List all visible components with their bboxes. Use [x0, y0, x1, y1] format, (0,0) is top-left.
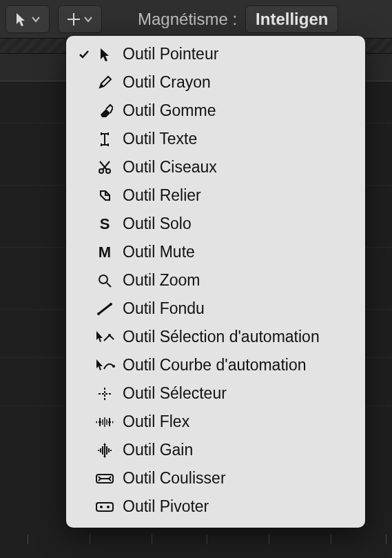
menu-item-mute[interactable]: M Outil Mute	[66, 238, 365, 266]
menu-item-solo[interactable]: S Outil Solo	[66, 210, 365, 238]
menu-item-label: Outil Mute	[117, 243, 195, 261]
menu-item-label: Outil Pivoter	[117, 497, 209, 516]
svg-point-4	[110, 303, 112, 306]
menu-item-automation-curve[interactable]: Outil Courbe d'automation	[66, 351, 365, 379]
pointer-icon	[14, 12, 28, 27]
check-icon	[76, 48, 92, 61]
marquee-icon	[92, 386, 117, 401]
flex-icon	[92, 415, 117, 429]
menu-item-pointer[interactable]: Outil Pointeur	[66, 40, 365, 68]
menu-item-label: Outil Pointeur	[117, 45, 218, 63]
toolbar: Magnétisme : Intelligen	[0, 0, 392, 39]
menu-item-label: Outil Sélecteur	[117, 384, 227, 403]
menu-item-label: Outil Relier	[117, 186, 201, 205]
svg-point-9	[100, 506, 103, 508]
glue-icon	[92, 188, 117, 203]
chevron-down-icon	[31, 14, 41, 24]
menu-item-label: Outil Gomme	[117, 101, 216, 120]
menu-item-label: Outil Solo	[117, 215, 192, 233]
text-icon	[92, 131, 117, 148]
menu-item-flex[interactable]: Outil Flex	[66, 408, 365, 436]
right-tool-button[interactable]	[58, 6, 102, 33]
menu-item-label: Outil Sélection d'automation	[117, 328, 320, 346]
svg-point-5	[108, 334, 111, 337]
snap-label: Magnétisme :	[138, 10, 237, 29]
mute-icon: M	[92, 243, 117, 261]
menu-item-automation-select[interactable]: Outil Sélection d'automation	[66, 323, 365, 351]
pencil-icon	[92, 75, 117, 90]
slip-icon	[92, 472, 117, 486]
solo-icon: S	[92, 215, 117, 233]
menu-item-gain[interactable]: Outil Gain	[66, 436, 365, 464]
menu-item-fade[interactable]: Outil Fondu	[66, 295, 365, 323]
menu-item-label: Outil Ciseaux	[117, 158, 217, 177]
menu-item-label: Outil Gain	[117, 441, 193, 459]
snap-value: Intelligen	[256, 10, 328, 29]
svg-rect-8	[96, 503, 113, 511]
svg-point-3	[97, 312, 100, 315]
eraser-icon	[92, 103, 117, 119]
menu-item-pencil[interactable]: Outil Crayon	[66, 68, 365, 97]
ticks	[0, 532, 392, 544]
automation-select-icon	[92, 330, 117, 345]
menu-item-rotate[interactable]: Outil Pivoter	[66, 492, 365, 521]
tool-menu: Outil Pointeur Outil Crayon Outil Gomme …	[66, 36, 365, 528]
snap-dropdown[interactable]: Intelligen	[245, 6, 338, 33]
fade-icon	[92, 302, 117, 316]
scissors-icon	[92, 160, 117, 175]
menu-item-label: Outil Zoom	[117, 271, 200, 290]
svg-point-2	[99, 275, 107, 283]
svg-point-10	[107, 506, 110, 508]
menu-item-label: Outil Texte	[117, 130, 197, 148]
pointer-icon	[92, 47, 117, 62]
menu-item-label: Outil Courbe d'automation	[117, 356, 307, 375]
zoom-icon	[92, 273, 117, 288]
chevron-down-icon	[83, 14, 93, 24]
menu-item-label: Outil Flex	[117, 412, 189, 431]
menu-item-marquee[interactable]: Outil Sélecteur	[66, 379, 365, 408]
rotate-icon	[92, 500, 117, 514]
menu-item-label: Outil Fondu	[117, 299, 205, 318]
menu-item-eraser[interactable]: Outil Gomme	[66, 97, 365, 125]
menu-item-zoom[interactable]: Outil Zoom	[66, 266, 365, 295]
crosshair-icon	[67, 12, 81, 26]
svg-point-6	[112, 365, 115, 368]
gain-icon	[92, 443, 117, 458]
menu-item-text[interactable]: Outil Texte	[66, 125, 365, 153]
menu-item-label: Outil Coulisser	[117, 469, 226, 488]
menu-item-label: Outil Crayon	[117, 73, 211, 92]
menu-item-slip[interactable]: Outil Coulisser	[66, 464, 365, 492]
menu-item-glue[interactable]: Outil Relier	[66, 181, 365, 210]
left-tool-button[interactable]	[6, 6, 50, 33]
menu-item-scissors[interactable]: Outil Ciseaux	[66, 153, 365, 181]
automation-curve-icon	[92, 358, 117, 373]
